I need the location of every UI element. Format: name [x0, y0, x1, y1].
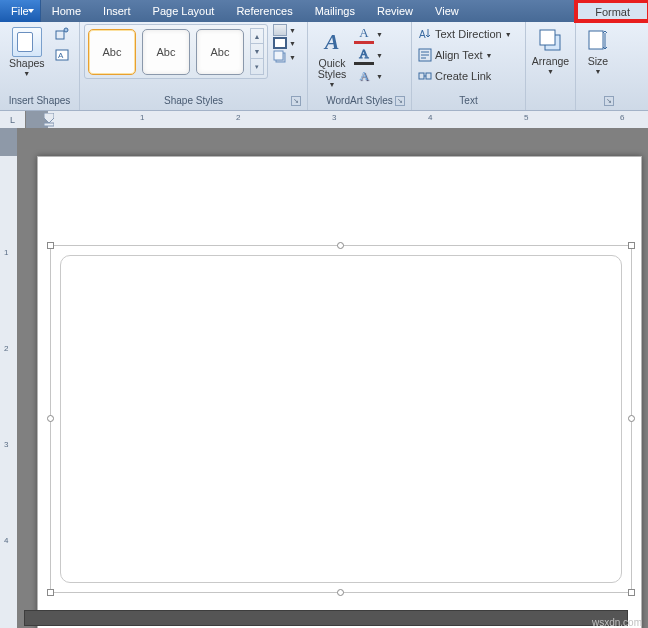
text-fill-button[interactable]: A▼ — [354, 24, 383, 44]
swatch-label: Abc — [157, 46, 176, 58]
tab-mailings[interactable]: Mailings — [304, 0, 366, 22]
chevron-down-icon: ▼ — [376, 31, 383, 38]
shape-effects-button[interactable]: ▼ — [273, 50, 296, 64]
svg-marker-17 — [44, 113, 54, 123]
group-shape-styles: Abc Abc Abc ▲ ▼ ▾ ▼ ▼ ▼ Shape Styles↘ — [80, 22, 308, 110]
arrange-button[interactable]: Arrange ▼ — [527, 24, 574, 78]
chevron-down-icon: ▼ — [595, 68, 602, 75]
resize-handle-w[interactable] — [47, 415, 54, 422]
size-icon — [585, 27, 611, 55]
document-page[interactable] — [37, 156, 642, 628]
text-direction-label: Text Direction — [435, 28, 502, 40]
text-direction-icon: A — [418, 27, 432, 41]
text-effects-button[interactable]: A▼ — [354, 66, 383, 86]
text-outline-button[interactable]: A▼ — [354, 45, 383, 65]
size-button[interactable]: Size ▼ — [580, 24, 616, 78]
chevron-down-icon: ▼ — [505, 31, 512, 38]
resize-handle-sw[interactable] — [47, 589, 54, 596]
watermark: wsxdn.com — [592, 617, 642, 628]
tab-file[interactable]: File — [0, 0, 41, 22]
style-swatch-3[interactable]: Abc — [196, 29, 244, 75]
ruler-vertical[interactable]: 1 2 3 4 — [0, 128, 17, 628]
scroll-down-icon[interactable]: ▼ — [251, 44, 263, 59]
gallery-spinner[interactable]: ▲ ▼ ▾ — [250, 28, 264, 75]
tab-format[interactable]: Format — [577, 0, 648, 22]
resize-handle-se[interactable] — [628, 589, 635, 596]
chevron-down-icon: ▼ — [486, 52, 493, 59]
tab-label: Format — [595, 6, 630, 18]
vruler-num: 2 — [4, 344, 8, 353]
chevron-down-icon: ▼ — [547, 68, 554, 75]
group-label-shape-styles: Shape Styles↘ — [84, 95, 303, 110]
tab-label: References — [236, 5, 292, 17]
chevron-down-icon: ▼ — [376, 73, 383, 80]
page-scroll-area[interactable] — [17, 128, 648, 628]
svg-text:A: A — [58, 51, 64, 60]
scrollbar-horizontal[interactable] — [24, 610, 628, 626]
shapes-button[interactable]: Shapes ▼ — [4, 24, 50, 80]
tab-label: Home — [52, 5, 81, 17]
edit-shape-button[interactable] — [52, 24, 72, 44]
group-label-arrange — [530, 95, 571, 110]
shapes-label: Shapes — [9, 58, 45, 69]
shape-style-gallery[interactable]: Abc Abc Abc ▲ ▼ ▾ — [84, 24, 268, 79]
quick-styles-label: Quick Styles — [318, 58, 347, 80]
create-link-button[interactable]: Create Link — [416, 66, 521, 86]
tab-view[interactable]: View — [424, 0, 470, 22]
text-direction-button[interactable]: A Text Direction▼ — [416, 24, 521, 44]
ribbon-tabstrip: File Home Insert Page Layout References … — [0, 0, 648, 22]
vruler-num: 3 — [4, 440, 8, 449]
tab-review[interactable]: Review — [366, 0, 424, 22]
tab-references[interactable]: References — [225, 0, 303, 22]
group-insert-shapes: Shapes ▼ A Insert Shapes — [0, 22, 80, 110]
align-text-button[interactable]: Align Text▼ — [416, 45, 521, 65]
style-swatch-1[interactable]: Abc — [88, 29, 136, 75]
indent-marker-first-line[interactable] — [44, 113, 54, 125]
swatch-label: Abc — [103, 46, 122, 58]
tab-format-highlighted: Format — [577, 0, 648, 22]
ruler-row: L 1 2 3 4 5 6 — [0, 111, 648, 128]
textbox-content[interactable] — [60, 255, 622, 583]
tab-label: Mailings — [315, 5, 355, 17]
resize-handle-n[interactable] — [337, 242, 344, 249]
ruler-tab-selector[interactable]: L — [0, 111, 26, 128]
chevron-down-icon: ▼ — [23, 70, 30, 77]
svg-rect-12 — [426, 73, 431, 79]
textbox-icon: A — [55, 48, 69, 62]
ruler-horizontal[interactable]: 1 2 3 4 5 6 — [26, 111, 648, 128]
group-label-text: Text — [416, 95, 521, 110]
style-swatch-2[interactable]: Abc — [142, 29, 190, 75]
outline-icon — [273, 37, 287, 49]
resize-handle-nw[interactable] — [47, 242, 54, 249]
tab-home[interactable]: Home — [41, 0, 92, 22]
selected-textbox[interactable] — [50, 245, 632, 593]
chevron-down-icon: ▼ — [289, 27, 296, 34]
resize-handle-e[interactable] — [628, 415, 635, 422]
scroll-up-icon[interactable]: ▲ — [251, 29, 263, 44]
dialog-launcher[interactable]: ↘ — [291, 96, 301, 106]
group-wordart-styles: A Quick Styles ▼ A▼ A▼ A▼ WordArt Styles… — [308, 22, 412, 110]
quick-styles-button[interactable]: A Quick Styles ▼ — [312, 24, 352, 91]
tab-page-layout[interactable]: Page Layout — [142, 0, 226, 22]
document-workspace: 1 2 3 4 — [0, 128, 648, 628]
fill-icon — [273, 24, 287, 36]
tab-label: View — [435, 5, 459, 17]
svg-rect-5 — [274, 51, 283, 60]
dialog-launcher[interactable]: ↘ — [604, 96, 614, 106]
link-icon — [418, 69, 432, 83]
group-text: A Text Direction▼ Align Text▼ Create Lin… — [412, 22, 526, 110]
shape-fill-button[interactable]: ▼ — [273, 24, 296, 36]
resize-handle-s[interactable] — [337, 589, 344, 596]
align-text-icon — [418, 48, 432, 62]
tab-insert[interactable]: Insert — [92, 0, 142, 22]
draw-textbox-button[interactable]: A — [52, 45, 72, 65]
vruler-num: 1 — [4, 248, 8, 257]
shape-outline-button[interactable]: ▼ — [273, 37, 296, 49]
create-link-label: Create Link — [435, 70, 491, 82]
dialog-launcher[interactable]: ↘ — [395, 96, 405, 106]
ribbon: Shapes ▼ A Insert Shapes Abc Abc Abc ▲ — [0, 22, 648, 111]
resize-handle-ne[interactable] — [628, 242, 635, 249]
svg-rect-15 — [540, 30, 555, 45]
tab-label: File — [11, 5, 29, 17]
gallery-more-icon[interactable]: ▾ — [251, 59, 263, 74]
